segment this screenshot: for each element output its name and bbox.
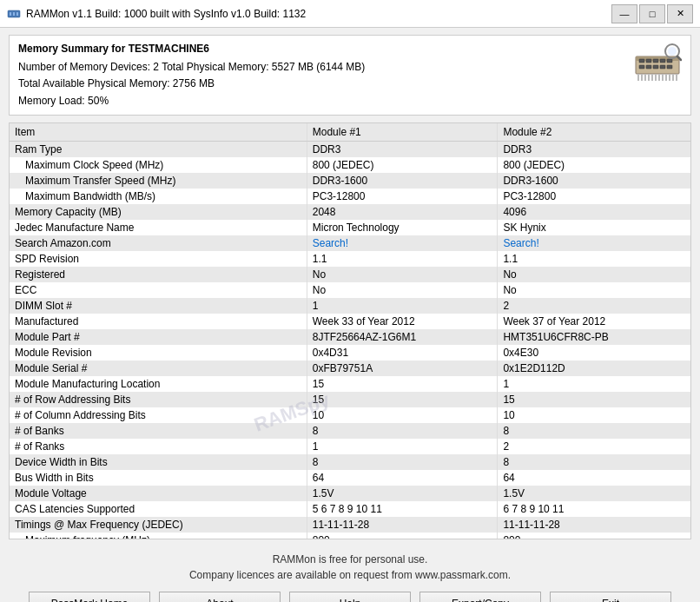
svg-rect-23 [662, 74, 664, 81]
cell-item: SPD Revision [10, 251, 307, 267]
titlebar: RAMMon v1.1 Build: 1000 built with SysIn… [0, 0, 700, 28]
cell-mod1: 800 [307, 533, 498, 539]
svg-rect-14 [660, 65, 665, 69]
export-copy-button[interactable]: Export/Copy [419, 592, 541, 602]
cell-mod1: 800 (JEDEC) [307, 157, 498, 173]
cell-item: Module Part # [10, 329, 307, 345]
table-row: ManufacturedWeek 33 of Year 2012Week 37 … [10, 314, 690, 329]
col-item: Item [10, 123, 307, 142]
ram-icon [634, 41, 682, 84]
cell-item: # of Column Addressing Bits [10, 407, 307, 423]
cell-mod2: 2 [498, 298, 690, 314]
cell-mod2: 15 [498, 392, 690, 407]
cell-mod1: No [307, 282, 498, 298]
svg-rect-3 [17, 12, 18, 16]
table-row: Module Part #8JTF25664AZ-1G6M1HMT351U6CF… [10, 329, 690, 345]
svg-rect-8 [653, 59, 658, 63]
svg-point-29 [668, 47, 677, 56]
titlebar-title: RAMMon v1.1 Build: 1000 built with SysIn… [26, 8, 306, 20]
cell-item: Module Voltage [10, 486, 307, 501]
cell-mod1: No [307, 267, 498, 282]
cell-item: ECC [10, 282, 307, 298]
table-row: Module Serial #0xFB79751A0x1E2D112D [10, 361, 690, 376]
cell-mod2: 6 7 8 9 10 11 [498, 501, 690, 517]
cell-item: Bus Width in Bits [10, 470, 307, 486]
cell-mod2: 0x4E30 [498, 345, 690, 361]
cell-item: Module Revision [10, 345, 307, 361]
cell-item: DIMM Slot # [10, 298, 307, 314]
cell-item: Maximum Bandwidth (MB/s) [10, 189, 307, 204]
cell-mod1: 1 [307, 439, 498, 454]
cell-mod2: 64 [498, 470, 690, 486]
svg-rect-19 [648, 74, 650, 81]
about-button[interactable]: About [159, 592, 281, 602]
svg-rect-25 [669, 74, 670, 81]
svg-rect-24 [665, 74, 667, 81]
cell-mod2: 8 [498, 423, 690, 439]
cell-mod1: 1 [307, 298, 498, 314]
cell-mod2: 11-11-11-28 [498, 517, 690, 533]
summary-title: Memory Summary for TESTMACHINE6 [18, 41, 365, 57]
cell-mod1: Week 33 of Year 2012 [307, 314, 498, 329]
cell-mod2: DDR3-1600 [498, 173, 690, 189]
cell-mod1: PC3-12800 [307, 189, 498, 204]
footer-text: RAMMon is free for personal use. Company… [0, 548, 700, 588]
cell-item: Memory Capacity (MB) [10, 204, 307, 220]
svg-rect-26 [672, 74, 674, 81]
svg-rect-11 [639, 65, 644, 69]
cell-mod2: 0x1E2D112D [498, 361, 690, 376]
cell-mod2: No [498, 267, 690, 282]
table-row: Jedec Manufacture NameMicron TechnologyS… [10, 220, 690, 235]
search-amazon-mod1-link[interactable]: Search! [313, 237, 348, 249]
cell-mod1: DDR3 [307, 141, 498, 157]
table-row: Maximum frequency (MHz)800800 [10, 533, 690, 539]
cell-mod1[interactable]: Search! [307, 235, 498, 251]
cell-mod2: 1.1 [498, 251, 690, 267]
svg-rect-2 [13, 12, 15, 16]
table-row: # of Banks88 [10, 423, 690, 439]
buttons-row: PassMark Home About Help Export/Copy Exi… [0, 588, 700, 602]
col-mod2: Module #2 [498, 123, 690, 142]
table-row: RegisteredNoNo [10, 267, 690, 282]
table-row: Timings @ Max Frequency (JEDEC)11-11-11-… [10, 517, 690, 533]
ram-icon-container [634, 41, 682, 84]
cell-mod2: SK Hynix [498, 220, 690, 235]
cell-mod2[interactable]: Search! [498, 235, 690, 251]
cell-item: Search Amazon.com [10, 235, 307, 251]
exit-button[interactable]: Exit [550, 592, 671, 602]
cell-mod1: 11-11-11-28 [307, 517, 498, 533]
search-amazon-mod2-link[interactable]: Search! [503, 237, 538, 249]
svg-rect-10 [667, 59, 672, 63]
table-row: Maximum Clock Speed (MHz)800 (JEDEC)800 … [10, 157, 690, 173]
cell-mod1: DDR3-1600 [307, 173, 498, 189]
table-header-row: Item Module #1 Module #2 [10, 123, 690, 142]
cell-mod2: Week 37 of Year 2012 [498, 314, 690, 329]
svg-rect-18 [644, 74, 646, 81]
cell-item: Maximum Clock Speed (MHz) [10, 157, 307, 173]
cell-item: Registered [10, 267, 307, 282]
maximize-button[interactable]: □ [639, 4, 665, 23]
cell-mod1: 1.1 [307, 251, 498, 267]
cell-mod2: 800 [498, 533, 690, 539]
svg-rect-7 [646, 59, 651, 63]
cell-mod2: 1 [498, 376, 690, 392]
cell-mod1: 2048 [307, 204, 498, 220]
cell-item: Manufactured [10, 314, 307, 329]
svg-rect-21 [655, 74, 657, 81]
passmark-home-button[interactable]: PassMark Home [29, 592, 150, 602]
summary-text: Memory Summary for TESTMACHINE6 Number o… [18, 41, 365, 109]
cell-mod2: 8 [498, 454, 690, 470]
cell-mod2: 2 [498, 439, 690, 454]
cell-mod2: 800 (JEDEC) [498, 157, 690, 173]
svg-rect-1 [10, 12, 11, 16]
footer-line2: Company licences are available on reques… [0, 567, 700, 583]
main-area: Memory Summary for TESTMACHINE6 Number o… [0, 28, 700, 548]
help-button[interactable]: Help [289, 592, 411, 602]
cell-mod2: HMT351U6CFR8C-PB [498, 329, 690, 345]
svg-rect-22 [658, 74, 660, 81]
close-button[interactable]: ✕ [667, 4, 693, 23]
minimize-button[interactable]: — [611, 4, 637, 23]
data-table-container[interactable]: RAMSpy Item Module #1 Module #2 Ram Type… [9, 122, 691, 539]
table-row: # of Column Addressing Bits1010 [10, 407, 690, 423]
table-row: Module Voltage1.5V1.5V [10, 486, 690, 501]
